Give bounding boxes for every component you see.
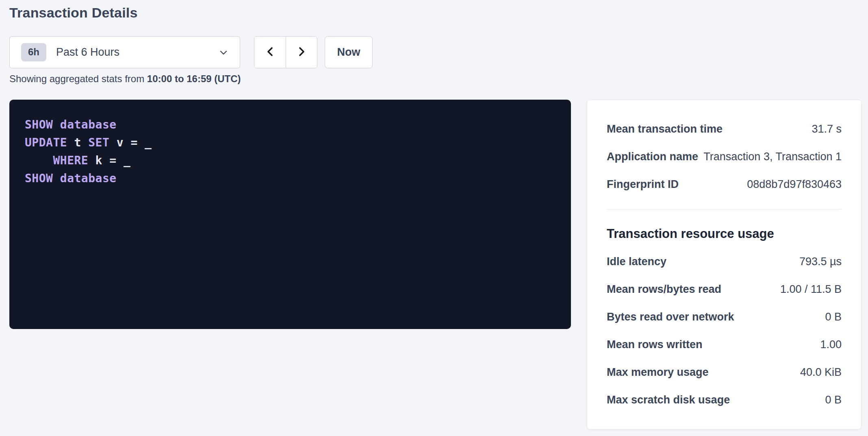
chevron-left-icon bbox=[265, 46, 276, 59]
transaction-details-card: Mean transaction time31.7 sApplication n… bbox=[587, 100, 861, 429]
sql-keyword: SHOW bbox=[25, 172, 53, 185]
time-nav-button-group bbox=[254, 36, 317, 68]
stat-value: 1.00 / 11.5 B bbox=[780, 283, 842, 296]
stat-value: 40.0 KiB bbox=[800, 366, 842, 379]
next-interval-button[interactable] bbox=[286, 37, 317, 68]
stat-value: 0 B bbox=[825, 394, 842, 406]
time-range-dropdown[interactable]: 6h Past 6 Hours bbox=[9, 36, 240, 68]
stat-value: 1.00 bbox=[820, 338, 842, 351]
chevron-down-icon bbox=[219, 48, 228, 57]
sql-identifier: k = _ bbox=[88, 154, 130, 167]
stat-label: Mean transaction time bbox=[607, 123, 723, 135]
sql-identifier bbox=[53, 118, 60, 131]
page-title: Transaction Details bbox=[9, 5, 138, 21]
summary-stats: Mean transaction time31.7 sApplication n… bbox=[607, 115, 842, 198]
aggregation-period-range: 10:00 to 16:59 (UTC) bbox=[147, 73, 241, 84]
stat-row: Max memory usage40.0 KiB bbox=[607, 358, 842, 386]
previous-interval-button[interactable] bbox=[254, 37, 286, 68]
now-button[interactable]: Now bbox=[325, 36, 373, 68]
chevron-right-icon bbox=[296, 46, 307, 59]
stat-row: Bytes read over network0 B bbox=[607, 303, 842, 331]
stat-value: 31.7 s bbox=[812, 123, 842, 135]
stat-label: Idle latency bbox=[607, 255, 666, 268]
sql-identifier bbox=[25, 154, 53, 167]
sql-keyword: SET bbox=[88, 136, 109, 149]
time-range-badge: 6h bbox=[21, 43, 46, 61]
sql-keyword: database bbox=[60, 118, 117, 131]
stat-label: Mean rows/bytes read bbox=[607, 283, 721, 296]
stat-row: Idle latency793.5 µs bbox=[607, 248, 842, 275]
stat-label: Application name bbox=[607, 150, 698, 163]
time-range-label: Past 6 Hours bbox=[56, 46, 219, 59]
sql-keyword: SHOW bbox=[25, 118, 53, 131]
resource-usage-heading: Transaction resource usage bbox=[607, 220, 842, 248]
stat-value: 08d8b7d97f830463 bbox=[747, 178, 842, 191]
sql-identifier: v = _ bbox=[109, 136, 152, 149]
stat-row: Mean transaction time31.7 s bbox=[607, 115, 842, 143]
sql-line: SHOW database bbox=[25, 170, 556, 187]
stat-row: Fingerprint ID08d8b7d97f830463 bbox=[607, 170, 842, 198]
aggregation-period-text: Showing aggregated stats from 10:00 to 1… bbox=[9, 73, 241, 85]
stat-row: Mean rows written1.00 bbox=[607, 331, 842, 358]
stat-row: Application nameTransaction 3, Transacti… bbox=[607, 143, 842, 170]
stat-label: Max memory usage bbox=[607, 366, 709, 379]
stat-row: Max scratch disk usage0 B bbox=[607, 386, 842, 414]
stat-label: Fingerprint ID bbox=[607, 178, 679, 191]
sql-line: SHOW database bbox=[25, 116, 556, 134]
sql-line: WHERE k = _ bbox=[25, 152, 556, 170]
sql-keyword: WHERE bbox=[53, 154, 88, 167]
stat-label: Bytes read over network bbox=[607, 311, 734, 323]
resource-usage-stats: Idle latency793.5 µsMean rows/bytes read… bbox=[607, 248, 842, 414]
card-divider bbox=[607, 209, 842, 209]
sql-line: UPDATE t SET v = _ bbox=[25, 134, 556, 152]
transaction-details-page: Transaction Details 6h Past 6 Hours bbox=[0, 0, 868, 436]
stat-label: Max scratch disk usage bbox=[607, 394, 730, 406]
time-controls: 6h Past 6 Hours bbox=[9, 36, 373, 68]
stat-value: 0 B bbox=[825, 311, 842, 323]
sql-statement-box: SHOW databaseUPDATE t SET v = _ WHERE k … bbox=[9, 100, 571, 329]
stat-value: 793.5 µs bbox=[799, 255, 842, 268]
stat-value: Transaction 3, Transaction 1 bbox=[703, 150, 842, 163]
sql-keyword: database bbox=[60, 172, 117, 185]
sql-keyword: UPDATE bbox=[25, 136, 67, 149]
sql-identifier: t bbox=[67, 136, 88, 149]
stat-row: Mean rows/bytes read1.00 / 11.5 B bbox=[607, 275, 842, 303]
stat-label: Mean rows written bbox=[607, 338, 703, 351]
sql-identifier bbox=[53, 172, 60, 185]
